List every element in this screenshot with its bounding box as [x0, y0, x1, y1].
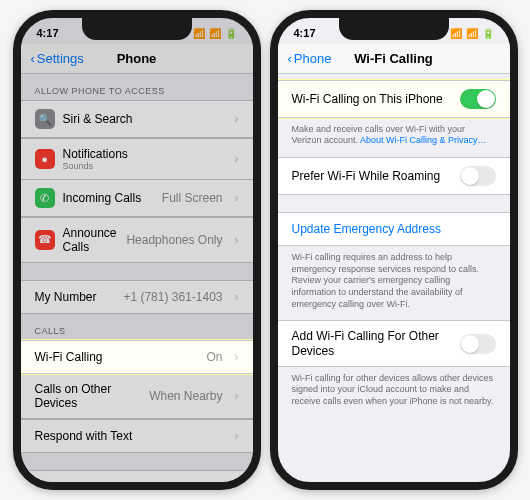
- cell-value: On: [206, 350, 222, 364]
- row-announce-calls[interactable]: ☎ Announce Calls Headphones Only ›: [21, 217, 253, 263]
- cell-label: Silence Unknown Callers: [35, 480, 199, 482]
- page-title: Phone: [21, 51, 253, 66]
- chevron-right-icon: ›: [235, 112, 239, 126]
- row-my-number[interactable]: My Number +1 (781) 361-1403 ›: [21, 280, 253, 314]
- cell-label: Announce Calls: [63, 226, 119, 254]
- cell-label: Notifications: [63, 147, 223, 161]
- row-update-emergency[interactable]: Update Emergency Address: [278, 212, 510, 246]
- toggle-wifi-calling[interactable]: [460, 89, 496, 109]
- chevron-right-icon: ›: [235, 191, 239, 205]
- siri-icon: 🔍: [35, 109, 55, 129]
- chevron-right-icon: ›: [235, 480, 239, 482]
- cell-label: My Number: [35, 290, 116, 304]
- cell-value: When Nearby: [149, 389, 222, 403]
- cell-label: Calls on Other Devices: [35, 382, 142, 410]
- page-title: Wi-Fi Calling: [278, 51, 510, 66]
- chevron-right-icon: ›: [235, 152, 239, 166]
- cell-sublabel: Sounds: [63, 161, 223, 171]
- row-incoming-calls[interactable]: ✆ Incoming Calls Full Screen ›: [21, 179, 253, 217]
- cell-label: Siri & Search: [63, 112, 223, 126]
- section-header-allow: ALLOW PHONE TO ACCESS: [21, 74, 253, 100]
- cell-value: Off: [207, 480, 223, 482]
- status-indicators: 📶 📶 🔋: [193, 28, 237, 39]
- footer-text-1: Make and receive calls over Wi-Fi with y…: [278, 118, 510, 157]
- content-scroll[interactable]: Wi-Fi Calling on This iPhone Make and re…: [278, 74, 510, 482]
- cell-label: Respond with Text: [35, 429, 223, 443]
- battery-icon: 🔋: [482, 28, 494, 39]
- row-wifi-calling-toggle[interactable]: Wi-Fi Calling on This iPhone: [278, 80, 510, 118]
- nav-bar: ‹ Phone Wi-Fi Calling: [278, 44, 510, 74]
- toggle-prefer-roaming[interactable]: [460, 166, 496, 186]
- cell-label: Wi-Fi Calling: [35, 350, 199, 364]
- wifi-icon: 📶: [209, 28, 221, 39]
- row-wifi-calling[interactable]: Wi-Fi Calling On ›: [21, 340, 253, 374]
- chevron-right-icon: ›: [235, 389, 239, 403]
- announce-calls-icon: ☎: [35, 230, 55, 250]
- cell-value: Full Screen: [162, 191, 223, 205]
- signal-icon: 📶: [450, 28, 462, 39]
- row-add-wifi-calling-other[interactable]: Add Wi-Fi Calling For Other Devices: [278, 320, 510, 367]
- incoming-calls-icon: ✆: [35, 188, 55, 208]
- status-time: 4:17: [37, 27, 59, 39]
- nav-bar: ‹ Settings Phone: [21, 44, 253, 74]
- status-time: 4:17: [294, 27, 316, 39]
- row-silence-unknown[interactable]: Silence Unknown Callers Off ›: [21, 470, 253, 482]
- notifications-icon: ●: [35, 149, 55, 169]
- chevron-right-icon: ›: [235, 350, 239, 364]
- row-prefer-wifi-roaming[interactable]: Prefer Wi-Fi While Roaming: [278, 157, 510, 195]
- footer-text-2: Wi-Fi calling requires an address to hel…: [278, 246, 510, 320]
- link-about-wifi-calling-privacy[interactable]: About Wi-Fi Calling & Privacy…: [360, 135, 487, 145]
- row-calls-other-devices[interactable]: Calls on Other Devices When Nearby ›: [21, 373, 253, 419]
- cell-label: Incoming Calls: [63, 191, 154, 205]
- section-header-calls: CALLS: [21, 314, 253, 340]
- content-scroll[interactable]: ALLOW PHONE TO ACCESS 🔍 Siri & Search › …: [21, 74, 253, 482]
- notch: [82, 18, 192, 40]
- battery-icon: 🔋: [225, 28, 237, 39]
- wifi-icon: 📶: [466, 28, 478, 39]
- cell-value: Headphones Only: [126, 233, 222, 247]
- cell-value: +1 (781) 361-1403: [123, 290, 222, 304]
- row-siri-search[interactable]: 🔍 Siri & Search ›: [21, 100, 253, 138]
- cell-label: Update Emergency Address: [292, 222, 496, 236]
- footer-text-3: Wi-Fi calling for other devices allows o…: [278, 367, 510, 418]
- row-notifications[interactable]: ● Notifications Sounds ›: [21, 138, 253, 180]
- cell-label: Add Wi-Fi Calling For Other Devices: [292, 329, 452, 358]
- row-respond-with-text[interactable]: Respond with Text ›: [21, 419, 253, 453]
- status-indicators: 📶 📶 🔋: [450, 28, 494, 39]
- notch: [339, 18, 449, 40]
- phone-left: 4:17 📶 📶 🔋 ‹ Settings Phone ALLOW PHONE …: [13, 10, 261, 490]
- chevron-right-icon: ›: [235, 429, 239, 443]
- chevron-right-icon: ›: [235, 290, 239, 304]
- chevron-right-icon: ›: [235, 233, 239, 247]
- phone-right: 4:17 📶 📶 🔋 ‹ Phone Wi-Fi Calling Wi-Fi C…: [270, 10, 518, 490]
- cell-label: Wi-Fi Calling on This iPhone: [292, 92, 452, 106]
- toggle-add-other-devices[interactable]: [460, 334, 496, 354]
- cell-label: Prefer Wi-Fi While Roaming: [292, 169, 452, 183]
- signal-icon: 📶: [193, 28, 205, 39]
